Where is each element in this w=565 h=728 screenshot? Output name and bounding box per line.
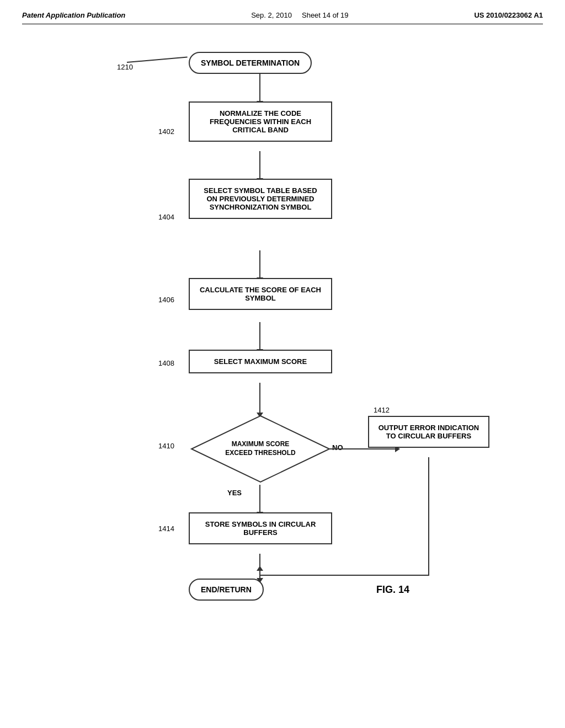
node-1414-text: STORE SYMBOLS IN CIRCULAR BUFFERS [205,520,316,537]
line-merge-horiz [260,575,429,576]
node-1412: OUTPUT ERROR INDICATION TO CIRCULAR BUFF… [368,416,489,448]
node-1406: CALCULATE THE SCORE OF EACH SYMBOL [189,278,332,310]
node-1410: MAXIMUM SCORE EXCEED THRESHOLD [189,413,332,485]
node-1406-label: 1406 [158,296,174,304]
header-sheet: Sheet 14 of 19 [302,11,349,19]
label-1410: 1410 [158,441,174,451]
label-1408: 1408 [158,358,174,368]
node-1414-label: 1414 [158,524,174,533]
node-1410-text: MAXIMUM SCORE EXCEED THRESHOLD [222,440,299,457]
node-1404-box: SELECT SYMBOL TABLE BASED ON PREVIOUSLY … [189,179,332,219]
node-1402-text: NORMALIZE THE CODE FREQUENCIES WITHIN EA… [210,109,311,134]
node-1412-text: OUTPUT ERROR INDICATION TO CIRCULAR BUFF… [379,424,479,440]
node-1414: STORE SYMBOLS IN CIRCULAR BUFFERS [189,512,332,544]
node-1404-label: 1404 [158,213,174,221]
arrow-1406-1408 [259,322,260,350]
start-box: SYMBOL DETERMINATION [189,52,312,74]
header-date: Sep. 2, 2010 [251,11,292,19]
header-publication: Patent Application Publication [22,11,125,19]
node-1402-box: NORMALIZE THE CODE FREQUENCIES WITHIN EA… [189,101,332,142]
label-1402: 1402 [158,126,174,136]
start-label: SYMBOL DETERMINATION [201,58,300,67]
node-1408-text: SELECT MAXIMUM SCORE [214,357,307,366]
node-1410-diamond: MAXIMUM SCORE EXCEED THRESHOLD [189,413,332,485]
arrow-1410-no-1412 [329,448,396,449]
node-1408: SELECT MAXIMUM SCORE [189,350,332,373]
node-1402: NORMALIZE THE CODE FREQUENCIES WITHIN EA… [189,101,332,142]
end-box: END/RETURN [189,579,264,601]
node-1408-label: 1408 [158,359,174,367]
yes-label: YES [227,488,242,497]
label-1210: 1210 [117,62,133,72]
node-1414-box: STORE SYMBOLS IN CIRCULAR BUFFERS [189,512,332,544]
fig-label: FIG. 14 [376,584,409,596]
end-label: END/RETURN [201,585,252,594]
header-date-sheet: Sep. 2, 2010 Sheet 14 of 19 [251,11,348,19]
arrow-start-1402 [259,74,260,101]
page: Patent Application Publication Sep. 2, 2… [0,0,565,728]
node-1412-label: 1412 [374,406,390,414]
flowchart: SYMBOL DETERMINATION 1210 NORMALIZE THE … [62,41,503,681]
arrow-1210-start [127,56,188,63]
node-1210-label: 1210 [117,63,133,71]
node-1402-label: 1402 [158,127,174,136]
arrow-1410-yes-1414 [259,485,260,512]
arrow-1404-1406 [259,250,260,278]
node-1404: SELECT SYMBOL TABLE BASED ON PREVIOUSLY … [189,179,332,219]
label-1412: 1412 [374,405,390,415]
arrow-1402-1404 [259,151,260,179]
label-1404: 1404 [158,212,174,222]
node-1406-box: CALCULATE THE SCORE OF EACH SYMBOL [189,278,332,310]
end-node: END/RETURN [189,579,264,601]
arrow-1408-1410 [259,383,260,413]
label-1414: 1414 [158,523,174,533]
label-1406: 1406 [158,295,174,304]
node-1412-box: OUTPUT ERROR INDICATION TO CIRCULAR BUFF… [368,416,489,448]
node-1404-text: SELECT SYMBOL TABLE BASED ON PREVIOUSLY … [204,186,317,211]
figure-number: FIG. 14 [376,584,409,595]
no-label: NO [332,442,343,452]
page-header: Patent Application Publication Sep. 2, 2… [22,11,543,24]
node-1406-text: CALCULATE THE SCORE OF EACH SYMBOL [200,286,321,302]
node-1408-box: SELECT MAXIMUM SCORE [189,350,332,373]
line-1412-down [428,457,429,576]
start-node: SYMBOL DETERMINATION [189,52,312,74]
node-1410-label: 1410 [158,442,174,450]
header-patent-number: US 2010/0223062 A1 [474,11,543,19]
